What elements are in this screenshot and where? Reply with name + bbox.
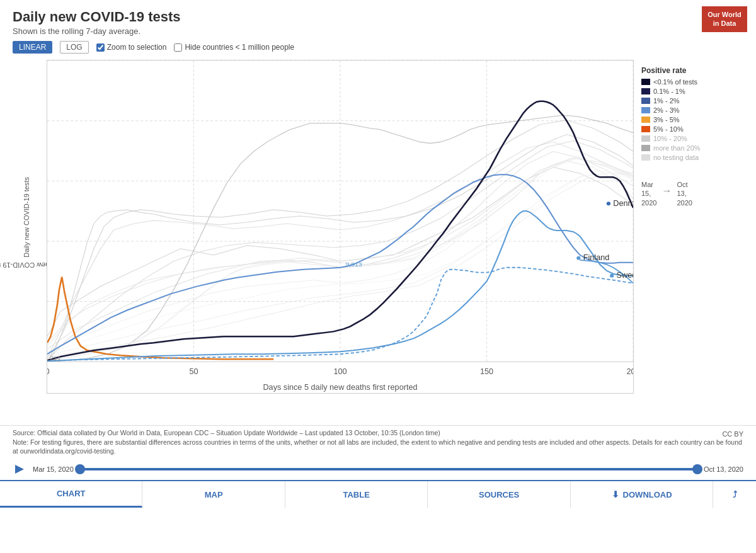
svg-point-28 xyxy=(576,256,580,260)
log-button[interactable]: LOG xyxy=(60,41,88,54)
legend-color-6 xyxy=(641,126,650,132)
svg-text:211: 211 xyxy=(50,355,61,362)
legend-item-2: 0.1% - 1% xyxy=(641,88,747,95)
svg-text:50: 50 xyxy=(189,367,198,376)
date-start: Mar15,2020 xyxy=(641,180,656,207)
slider-row: Mar 15, 2020 Oct 13, 2020 xyxy=(0,459,756,480)
legend-item-7: 10% - 20% xyxy=(641,135,747,142)
chart-wrapper: Daily new COVID-19 tests xyxy=(9,60,747,425)
legend-color-9 xyxy=(641,154,650,161)
legend-label-4: 2% - 3% xyxy=(653,106,680,114)
legend-item-3: 1% - 2% xyxy=(641,97,747,105)
chart-legend: Positive rate <0.1% of tests 0.1% - 1% 1… xyxy=(641,66,747,207)
share-icon: ⤴ xyxy=(733,489,737,499)
svg-text:Finland: Finland xyxy=(583,253,610,262)
slider-thumb-right[interactable] xyxy=(692,464,702,474)
tab-table[interactable]: TABLE xyxy=(285,481,428,508)
cc-by-label: CC BY xyxy=(722,430,743,439)
tab-chart-label: CHART xyxy=(57,489,86,498)
legend-item-5: 3% - 5% xyxy=(641,116,747,123)
legend-color-3 xyxy=(641,98,650,104)
date-end: Oct13,2020 xyxy=(677,180,692,207)
tab-map-label: MAP xyxy=(205,490,223,499)
slider-thumb-left[interactable] xyxy=(75,464,85,474)
main-chart-svg: 0 10,000 20,000 30,000 40,000 50,000 0 5… xyxy=(47,60,633,393)
legend-label-8: more than 20% xyxy=(653,144,701,152)
chart-inner: 0 10,000 20,000 30,000 40,000 50,000 0 5… xyxy=(47,60,634,394)
legend-color-5 xyxy=(641,117,650,123)
legend-color-4 xyxy=(641,107,650,113)
legend-label-3: 1% - 2% xyxy=(653,97,680,105)
download-icon: ⬇ xyxy=(612,489,619,499)
date-range: Mar15,2020 → Oct13,2020 xyxy=(641,180,747,207)
legend-label-1: <0.1% of tests xyxy=(653,78,697,86)
subtitle: Shown is the rolling 7-day average. xyxy=(13,26,743,36)
svg-text:0: 0 xyxy=(47,367,50,376)
svg-text:Days since 5 daily new deaths : Days since 5 daily new deaths first repo… xyxy=(263,383,417,392)
tab-sources[interactable]: SOURCES xyxy=(428,481,570,508)
note-text: Note: For testing figures, there are sub… xyxy=(13,438,742,455)
legend-item-6: 5% - 10% xyxy=(641,125,747,133)
legend-label-9: no testing data xyxy=(653,154,699,161)
owid-logo[interactable]: Our World in Data xyxy=(702,6,747,32)
y-axis-text: Daily new COVID-19 tests xyxy=(23,177,30,258)
y-axis-wrapper: Daily new COVID-19 tests xyxy=(9,91,43,343)
legend-item-8: more than 20% xyxy=(641,144,747,152)
header: Daily new COVID-19 tests Shown is the ro… xyxy=(0,0,756,60)
slider-start-date: Mar 15, 2020 xyxy=(33,465,74,473)
tab-chart[interactable]: CHART xyxy=(0,481,142,508)
slider-track[interactable] xyxy=(80,468,697,470)
tab-map[interactable]: MAP xyxy=(142,481,285,508)
page-title: Daily new COVID-19 tests xyxy=(13,9,743,25)
tab-sources-label: SOURCES xyxy=(479,490,519,499)
tab-download-label: DOWNLOAD xyxy=(623,490,672,499)
legend-color-2 xyxy=(641,88,650,94)
legend-label-7: 10% - 20% xyxy=(653,135,687,142)
play-button[interactable] xyxy=(13,462,26,476)
legend-label-2: 0.1% - 1% xyxy=(653,88,685,95)
legend-item-1: <0.1% of tests xyxy=(641,78,747,86)
legend-item-4: 2% - 3% xyxy=(641,106,747,114)
svg-text:Sweden: Sweden xyxy=(617,271,633,280)
date-arrow: → xyxy=(662,180,672,197)
legend-title: Positive rate xyxy=(641,66,747,75)
play-icon xyxy=(15,465,24,474)
source-text: Source: Official data collated by Our Wo… xyxy=(13,429,440,436)
legend-label-5: 3% - 5% xyxy=(653,116,680,123)
bottom-tabs: CHART MAP TABLE SOURCES ⬇ DOWNLOAD ⤴ xyxy=(0,480,756,508)
svg-point-24 xyxy=(607,202,610,205)
tab-share[interactable]: ⤴ xyxy=(713,481,756,508)
hide-checkbox[interactable] xyxy=(174,43,182,52)
svg-text:9,913: 9,913 xyxy=(345,261,362,268)
svg-text:100: 100 xyxy=(333,367,346,376)
page-container: Daily new COVID-19 tests Shown is the ro… xyxy=(0,0,756,553)
legend-color-7 xyxy=(641,135,650,142)
slider-end-date: Oct 13, 2020 xyxy=(704,465,743,473)
legend-item-9: no testing data xyxy=(641,154,747,161)
legend-color-1 xyxy=(641,79,650,85)
legend-color-8 xyxy=(641,145,650,151)
tab-table-label: TABLE xyxy=(343,490,369,499)
legend-label-6: 5% - 10% xyxy=(653,125,684,133)
tab-download[interactable]: ⬇ DOWNLOAD xyxy=(571,481,713,508)
controls-row: LINEAR LOG Zoom to selection Hide countr… xyxy=(13,41,743,54)
svg-text:200: 200 xyxy=(626,367,633,376)
svg-text:Denmark: Denmark xyxy=(613,199,633,208)
svg-point-26 xyxy=(610,274,614,278)
footer-text: Source: Official data collated by Our Wo… xyxy=(0,425,756,459)
hide-checkbox-label[interactable]: Hide countries < 1 million people xyxy=(174,43,294,52)
zoom-checkbox-label[interactable]: Zoom to selection xyxy=(96,43,167,52)
linear-button[interactable]: LINEAR xyxy=(13,41,52,54)
zoom-checkbox[interactable] xyxy=(96,43,105,52)
svg-text:150: 150 xyxy=(480,367,493,376)
